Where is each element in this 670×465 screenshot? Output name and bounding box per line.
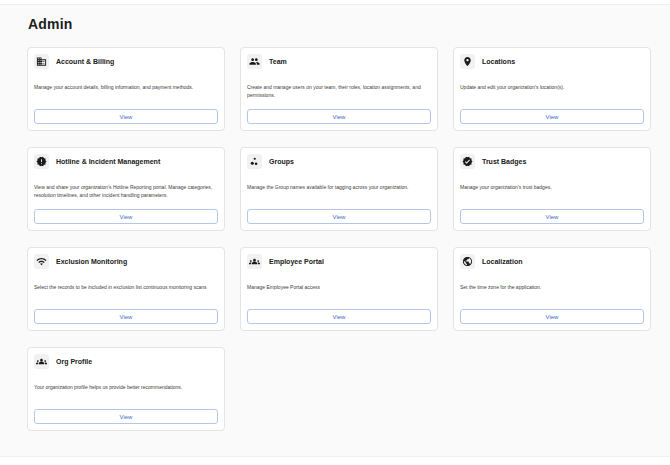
card-title: Locations xyxy=(482,58,515,65)
card-header: Team xyxy=(247,54,431,69)
card-title: Hotline & Incident Management xyxy=(56,158,160,165)
view-button[interactable]: View xyxy=(34,409,218,424)
admin-card: Hotline & Incident Management View and s… xyxy=(27,147,225,231)
view-button[interactable]: View xyxy=(247,309,431,324)
card-header: Localization xyxy=(460,254,644,269)
view-button[interactable]: View xyxy=(460,209,644,224)
admin-page: Admin Account & Billing Manage your acco… xyxy=(0,4,670,457)
card-title: Trust Badges xyxy=(482,158,526,165)
location-pin-icon xyxy=(460,54,475,69)
people-group-icon xyxy=(34,354,49,369)
card-title: Account & Billing xyxy=(56,58,114,65)
people-group-icon xyxy=(247,254,262,269)
card-description: Manage your organization's trust badges. xyxy=(460,183,644,209)
view-button[interactable]: View xyxy=(34,209,218,224)
card-title: Localization xyxy=(482,258,522,265)
card-header: Exclusion Monitoring xyxy=(34,254,218,269)
card-title: Team xyxy=(269,58,287,65)
card-description: Update and edit your organization's loca… xyxy=(460,83,644,109)
card-header: Account & Billing xyxy=(34,54,218,69)
cards-grid: Account & Billing Manage your account de… xyxy=(27,47,651,431)
view-button[interactable]: View xyxy=(247,209,431,224)
view-button[interactable]: View xyxy=(34,109,218,124)
card-description: Create and manage users on your team, th… xyxy=(247,83,431,109)
view-button[interactable]: View xyxy=(34,309,218,324)
card-description: Set the time zone for the application. xyxy=(460,283,644,309)
admin-card: Org Profile Your organization profile he… xyxy=(27,347,225,431)
bubbles-icon xyxy=(247,154,262,169)
card-header: Groups xyxy=(247,154,431,169)
card-header: Employee Portal xyxy=(247,254,431,269)
admin-card: Account & Billing Manage your account de… xyxy=(27,47,225,131)
card-header: Org Profile xyxy=(34,354,218,369)
card-title: Groups xyxy=(269,158,294,165)
admin-card: Trust Badges Manage your organization's … xyxy=(453,147,651,231)
card-description: Select the records to be included in exc… xyxy=(34,283,218,309)
admin-card: Employee Portal Manage Employee Portal a… xyxy=(240,247,438,331)
card-header: Trust Badges xyxy=(460,154,644,169)
building-icon xyxy=(34,54,49,69)
page-title: Admin xyxy=(28,16,670,32)
wifi-icon xyxy=(34,254,49,269)
card-title: Employee Portal xyxy=(269,258,324,265)
view-button[interactable]: View xyxy=(460,309,644,324)
view-button[interactable]: View xyxy=(247,109,431,124)
card-description: View and share your organization's Hotli… xyxy=(34,183,218,209)
card-header: Hotline & Incident Management xyxy=(34,154,218,169)
card-header: Locations xyxy=(460,54,644,69)
admin-card: Team Create and manage users on your tea… xyxy=(240,47,438,131)
admin-card: Groups Manage the Group names available … xyxy=(240,147,438,231)
admin-card: Locations Update and edit your organizat… xyxy=(453,47,651,131)
card-title: Org Profile xyxy=(56,358,92,365)
admin-card: Localization Set the time zone for the a… xyxy=(453,247,651,331)
globe-icon xyxy=(460,254,475,269)
card-description: Manage your account details, billing inf… xyxy=(34,83,218,109)
card-description: Manage the Group names available for tag… xyxy=(247,183,431,209)
card-title: Exclusion Monitoring xyxy=(56,258,127,265)
card-description: Your organization profile helps us provi… xyxy=(34,383,218,409)
card-description: Manage Employee Portal access xyxy=(247,283,431,309)
verified-badge-icon xyxy=(460,154,475,169)
view-button[interactable]: View xyxy=(460,109,644,124)
admin-card: Exclusion Monitoring Select the records … xyxy=(27,247,225,331)
team-people-icon xyxy=(247,54,262,69)
alert-badge-icon xyxy=(34,154,49,169)
